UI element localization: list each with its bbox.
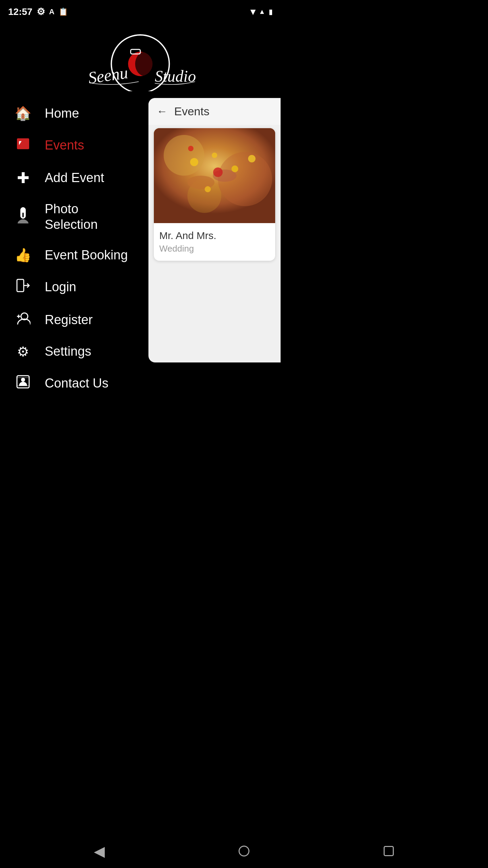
events-label: Events (45, 138, 84, 153)
add-event-label: Add Event (45, 170, 104, 186)
event-booking-label: Event Booking (45, 248, 128, 263)
svg-point-18 (188, 146, 194, 151)
svg-text:Seenu: Seenu (87, 63, 129, 87)
event-card[interactable]: Mr. And Mrs. Wedding (154, 128, 275, 261)
event-title: Mr. And Mrs. (159, 230, 270, 241)
svg-point-29 (21, 378, 25, 382)
svg-point-17 (213, 167, 223, 177)
event-subtitle: Wedding (159, 243, 270, 254)
plus-icon: ✚ (14, 169, 33, 186)
settings-label: Settings (45, 344, 91, 359)
status-left: 12:57 ⚙ A 📋 (8, 6, 68, 17)
login-label: Login (45, 279, 76, 295)
sidebar-item-contact-us[interactable]: Contact Us (0, 367, 281, 400)
svg-point-13 (231, 165, 238, 172)
svg-point-12 (190, 158, 198, 166)
svg-rect-22 (22, 213, 24, 217)
register-icon (14, 311, 33, 329)
events-icon (14, 136, 33, 154)
right-panel: ← Events (148, 98, 281, 362)
contact-icon (14, 374, 33, 392)
svg-rect-19 (17, 138, 29, 149)
status-bar: 12:57 ⚙ A 📋 ▾ ▲ ▮ (0, 0, 281, 20)
signal-icon: ▲ (259, 8, 265, 16)
svg-point-2 (135, 52, 155, 76)
thumbsup-icon: 👍 (14, 247, 33, 263)
status-time: 12:57 (8, 6, 33, 17)
clipboard-icon: 📋 (59, 7, 68, 16)
wifi-icon: ▾ (250, 6, 255, 17)
svg-point-10 (187, 176, 215, 189)
contact-us-label: Contact Us (45, 376, 108, 391)
svg-point-16 (248, 155, 256, 162)
event-card-image (154, 128, 275, 223)
right-panel-header: ← Events (148, 98, 281, 125)
gear-icon: ⚙ (14, 344, 33, 359)
settings-icon: ⚙ (37, 6, 45, 17)
logo-area: Seenu Studio (0, 20, 281, 98)
home-label: Home (45, 106, 79, 121)
touch-icon (14, 206, 33, 227)
svg-text:Studio: Studio (155, 67, 196, 85)
svg-rect-23 (17, 279, 24, 292)
panel-title: Events (174, 105, 209, 118)
event-card-body: Mr. And Mrs. Wedding (154, 223, 275, 261)
svg-point-7 (164, 135, 204, 176)
home-icon: 🏠 (14, 105, 33, 121)
battery-icon: ▮ (269, 8, 272, 16)
register-label: Register (45, 312, 93, 328)
status-right: ▾ ▲ ▮ (250, 6, 272, 17)
photo-selection-label: PhotoSelection (45, 201, 98, 232)
svg-point-15 (205, 186, 211, 192)
menu-container: ← Events (0, 98, 281, 400)
svg-point-14 (212, 153, 217, 158)
logo: Seenu Studio (76, 30, 205, 91)
text-icon: A (49, 7, 55, 16)
login-icon (14, 278, 33, 296)
back-button[interactable]: ← (157, 105, 167, 118)
